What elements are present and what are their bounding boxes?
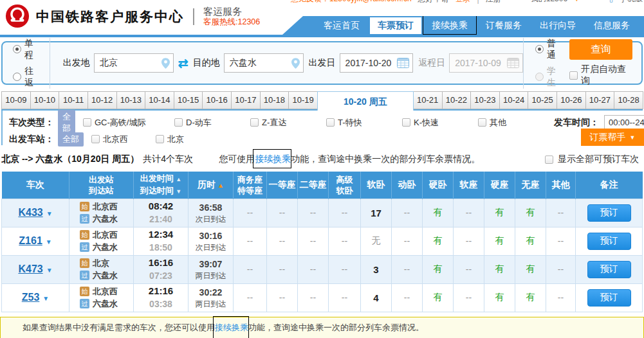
seat-hard-sleeper: 有 <box>423 199 454 227</box>
date-tab[interactable]: 10-22 <box>442 91 472 109</box>
checkbox-icon[interactable] <box>569 71 578 80</box>
date-tab[interactable]: 10-27 <box>585 91 615 109</box>
date-tab[interactable]: 10-24 <box>499 91 529 109</box>
normal-ticket-radio[interactable]: 普通 <box>535 38 559 61</box>
transfer-link[interactable]: 接续换乘 <box>255 154 291 164</box>
date-tab[interactable]: 10-25 <box>528 91 557 109</box>
register-link[interactable]: 注册 <box>486 0 501 4</box>
date-tab[interactable]: 10-26 <box>557 91 586 109</box>
checkbox-icon[interactable] <box>174 118 183 127</box>
remark-cell: 预订 <box>576 283 643 312</box>
seat-hard-seat: 有 <box>484 227 515 255</box>
checkbox-icon[interactable] <box>326 118 335 127</box>
train-number-link[interactable]: K433 <box>18 207 42 218</box>
train-number-link[interactable]: Z161 <box>19 235 42 246</box>
seat-soft-sleeper: 无 <box>361 227 392 255</box>
nav-home[interactable]: 客运首页 <box>316 17 367 34</box>
filter-checkbox[interactable]: Z-直达 <box>250 117 326 129</box>
book-button[interactable]: 预订 <box>587 233 631 250</box>
login-link[interactable]: 登录 <box>455 0 471 4</box>
seat-second: -- <box>298 283 329 312</box>
checkbox-icon[interactable] <box>156 135 164 143</box>
date-tab[interactable]: 10-12 <box>87 91 117 109</box>
nav-ticket-booking[interactable]: 车票预订 <box>370 17 421 34</box>
expand-caret-icon[interactable]: ▼ <box>46 210 53 217</box>
train-number-link[interactable]: K473 <box>18 263 42 274</box>
filter-checkbox[interactable]: GC-高铁/城际 <box>83 117 174 129</box>
show-all-label: 显示全部可预订车次 <box>558 154 639 165</box>
checkbox-icon[interactable] <box>545 156 553 164</box>
one-way-radio[interactable]: 单程 <box>13 38 41 61</box>
date-tab[interactable]: 10-23 <box>470 91 500 109</box>
auto-query-checkbox[interactable]: 开启自动查询 <box>569 64 632 87</box>
seat-first: -- <box>267 199 298 227</box>
filter-checkbox[interactable]: 其他 <box>478 117 554 129</box>
filter-checkbox[interactable]: 北京西 <box>91 134 156 145</box>
expand-caret-icon[interactable]: ▼ <box>46 238 52 245</box>
date-tab[interactable]: 10-15 <box>174 91 203 109</box>
all-types-badge[interactable]: 全部 <box>58 110 75 136</box>
to-station-input[interactable]: 六盘水 <box>224 53 304 73</box>
radio-selected-icon[interactable] <box>535 45 544 53</box>
nav-transfer[interactable]: 接续换乘 <box>424 17 475 34</box>
date-tab[interactable]: 10-16 <box>202 91 232 109</box>
nav-travel-guide[interactable]: 出行向导 <box>532 17 584 34</box>
calendar-icon[interactable] <box>397 58 409 68</box>
brand: 中国铁路客户服务中心 客运服务 客服热线:12306 <box>5 5 260 28</box>
book-button[interactable]: 预订 <box>587 204 631 222</box>
from-station: 北京西 <box>93 200 118 213</box>
date-tab[interactable]: 10-11 <box>59 91 88 109</box>
remark-cell: 预订 <box>576 227 643 255</box>
result-summary: 北京 --> 六盘水（10月20日 周五） 共计4个车次 您可使用接续换乘功能，… <box>1 152 643 167</box>
duration-cell: 30:16 次日到达 <box>189 227 234 255</box>
china-railway-logo-icon[interactable] <box>5 4 30 28</box>
date-tab[interactable]: 10-18 <box>260 91 290 109</box>
checkbox-icon[interactable] <box>402 118 410 127</box>
book-button[interactable]: 预订 <box>587 261 631 278</box>
radio-selected-icon[interactable] <box>13 45 21 53</box>
book-button[interactable]: 预订 <box>587 289 631 307</box>
all-stations-badge[interactable]: 全部 <box>58 132 84 147</box>
expand-caret-icon[interactable]: ▼ <box>46 267 53 274</box>
expand-caret-icon[interactable]: ▼ <box>42 295 49 302</box>
checkbox-icon[interactable] <box>83 118 91 127</box>
filter-checkbox[interactable]: T-特快 <box>326 117 402 129</box>
filter-checkbox[interactable]: K-快速 <box>402 117 478 129</box>
date-tab[interactable]: 10-10 <box>30 91 60 109</box>
depart-time-select[interactable]: 00:00--24:00 ▼ <box>604 115 644 130</box>
transfer-link[interactable]: 接续换乘 <box>215 322 248 334</box>
filter-checkbox[interactable]: D-动车 <box>174 117 250 129</box>
checkbox-icon[interactable] <box>250 118 259 127</box>
seat-soft-seat: -- <box>454 255 484 283</box>
date-tab[interactable]: 10-13 <box>116 91 146 109</box>
nav-meal-service[interactable]: 订餐服务 <box>478 17 529 34</box>
swap-stations-icon[interactable]: ⇄ <box>178 56 189 71</box>
filter-checkbox[interactable]: 北京 <box>156 134 220 145</box>
checkbox-icon[interactable] <box>478 118 486 127</box>
seat-other: -- <box>546 227 576 255</box>
mobile-link[interactable]: 手机版 <box>620 0 643 4</box>
booking-helper-button[interactable]: 订票帮手 ▼ <box>581 129 644 146</box>
times-cell: 08:42 21:40 <box>134 199 189 227</box>
radio-icon[interactable] <box>13 73 21 81</box>
train-number-link[interactable]: Z53 <box>22 292 40 303</box>
date-tab[interactable]: 10-28 <box>614 91 643 109</box>
date-tab[interactable]: 10-19 <box>288 91 318 109</box>
show-all-checkbox[interactable]: 显示全部可预订车次 <box>545 154 643 165</box>
date-tab[interactable]: 10-17 <box>231 91 261 109</box>
checkbox-icon[interactable] <box>91 135 100 143</box>
feedback-email[interactable]: 意见反馈：12306yjfk@rails.com.cn <box>291 0 412 4</box>
query-button[interactable]: 查询 <box>569 39 632 60</box>
depart-date-input[interactable]: 2017-10-20 <box>340 53 414 73</box>
chevron-down-icon[interactable]: ▼ <box>574 0 580 3</box>
date-tab-active[interactable]: 10-20 周五 <box>317 91 414 111</box>
nav-info-service[interactable]: 信息服务 <box>586 17 638 34</box>
col-times[interactable]: 出发时间 ▲ 到达时间 ▼ <box>134 172 189 199</box>
date-tab[interactable]: 10-21 <box>413 91 443 109</box>
from-station-input[interactable]: 北京 <box>94 53 174 73</box>
date-tab[interactable]: 10-14 <box>145 91 174 109</box>
round-trip-radio[interactable]: 往返 <box>13 66 41 89</box>
my-12306-menu[interactable]: 我的12306 <box>531 0 567 4</box>
col-duration[interactable]: 历时▲ <box>189 172 234 199</box>
date-tab[interactable]: 10-09 <box>1 91 31 109</box>
